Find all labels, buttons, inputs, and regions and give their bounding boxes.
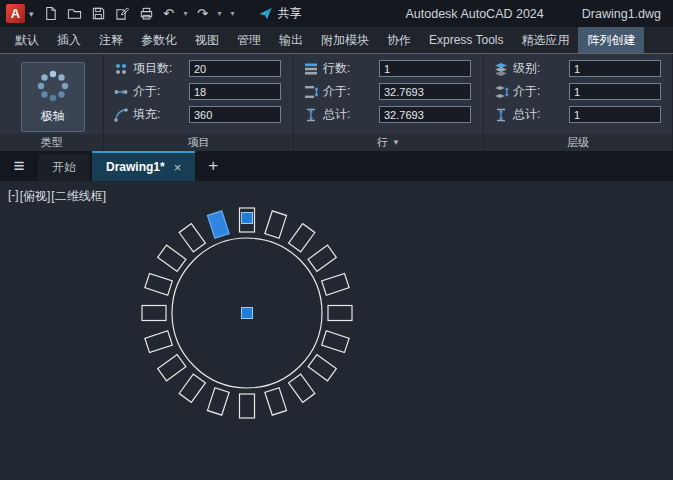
array-item[interactable] (322, 273, 349, 295)
tab-insert[interactable]: 插入 (48, 27, 90, 53)
array-item[interactable] (265, 388, 287, 415)
tab-add-ins[interactable]: 附加模块 (312, 27, 378, 53)
new-file-button[interactable] (41, 4, 60, 23)
items-count-input[interactable] (189, 60, 281, 77)
panel-label-rows[interactable]: 行 ▼ (294, 134, 483, 151)
tab-parametric[interactable]: 参数化 (132, 27, 186, 53)
tab-collaborate[interactable]: 协作 (378, 27, 420, 53)
save-button[interactable] (89, 4, 108, 23)
rows-total-row: 总计: (302, 105, 477, 124)
drawing1-tab-label: Drawing1* (106, 160, 165, 174)
share-button[interactable]: 共享 (258, 5, 302, 22)
polar-array-button[interactable]: 极轴 (21, 62, 85, 132)
share-label: 共享 (278, 5, 302, 22)
tab-featured-apps[interactable]: 精选应用 (512, 27, 578, 53)
qat-customize-caret-icon[interactable]: ▾ (229, 9, 237, 18)
levels-spacing-icon (492, 83, 509, 100)
array-svg[interactable] (0, 181, 673, 480)
share-plane-icon (258, 6, 273, 21)
rows-spacing-icon (302, 83, 319, 100)
new-drawing-tab-button[interactable]: + (197, 151, 229, 181)
polar-array-icon (36, 69, 70, 103)
panel-rows: 行数: 介于: 总计: (294, 54, 484, 151)
polar-array-button-label: 极轴 (41, 108, 65, 125)
panel-label-items[interactable]: 项目 (104, 134, 293, 151)
file-tabs-menu-icon[interactable]: ≡ (0, 151, 38, 181)
autocad-logo: A (11, 6, 20, 21)
grip-item[interactable] (242, 213, 253, 224)
tab-array-creation[interactable]: 阵列创建 (578, 27, 644, 53)
model-space-canvas[interactable]: [-] [俯视] [二维线框] (0, 181, 673, 480)
tab-view[interactable]: 视图 (186, 27, 228, 53)
levels-between-input[interactable] (569, 83, 661, 100)
panel-label-type[interactable]: 类型 (0, 134, 103, 151)
array-item[interactable] (289, 224, 315, 252)
printer-icon (139, 6, 154, 21)
items-fill-label: 填充: (133, 106, 185, 123)
file-tab-bar: ≡ 开始 Drawing1* × + (0, 151, 673, 181)
tab-output[interactable]: 输出 (270, 27, 312, 53)
viewport-menu-control[interactable]: [-] (8, 188, 19, 205)
array-item[interactable] (179, 224, 205, 252)
rows-between-input[interactable] (379, 83, 471, 100)
open-file-button[interactable] (65, 4, 84, 23)
array-item[interactable] (265, 211, 287, 238)
redo-button[interactable]: ↷ (195, 6, 211, 21)
array-item[interactable] (142, 306, 166, 321)
visual-style-control[interactable]: [二维线框] (51, 188, 106, 205)
items-between-row: 介于: (112, 82, 287, 101)
array-item[interactable] (145, 273, 172, 295)
start-tab[interactable]: 开始 (38, 154, 90, 181)
rows-panel-caret-icon[interactable]: ▼ (392, 138, 400, 147)
grip-center[interactable] (242, 308, 253, 319)
items-fill-input[interactable] (189, 106, 281, 123)
array-item[interactable] (145, 331, 172, 353)
autocad-window: A ▾ ↶ ▾ ↷ ▾ ▾ 共享 (0, 0, 673, 480)
drawing1-tab[interactable]: Drawing1* × (92, 151, 195, 181)
save-as-button[interactable] (113, 4, 132, 23)
view-control[interactable]: [俯视] (20, 188, 51, 205)
undo-button[interactable]: ↶ (161, 6, 177, 21)
redo-caret-icon[interactable]: ▾ (216, 9, 224, 18)
app-menu-button[interactable]: A (6, 4, 25, 23)
rows-total-label: 总计: (323, 106, 375, 123)
array-item[interactable] (179, 374, 205, 402)
array-item-selected[interactable] (207, 211, 229, 238)
levels-count-row: 级别: (492, 59, 666, 78)
app-title: Autodesk AutoCAD 2024 (405, 7, 543, 21)
items-fill-row: 填充: (112, 105, 287, 124)
array-item[interactable] (308, 355, 336, 381)
array-item[interactable] (328, 306, 352, 321)
array-item[interactable] (207, 388, 229, 415)
quick-access-toolbar: ↶ ▾ ↷ ▾ ▾ (41, 4, 237, 23)
array-item[interactable] (240, 394, 255, 418)
tab-annotate[interactable]: 注释 (90, 27, 132, 53)
array-item[interactable] (158, 355, 186, 381)
items-between-input[interactable] (189, 83, 281, 100)
levels-count-label: 级别: (513, 60, 565, 77)
array-item[interactable] (308, 245, 336, 271)
levels-count-input[interactable] (569, 60, 661, 77)
array-item[interactable] (289, 374, 315, 402)
levels-total-label: 总计: (513, 106, 565, 123)
panel-label-levels[interactable]: 层级 (484, 134, 672, 151)
levels-total-input[interactable] (569, 106, 661, 123)
close-tab-icon[interactable]: × (174, 160, 182, 175)
items-count-row: 项目数: (112, 59, 287, 78)
array-item[interactable] (158, 245, 186, 271)
panel-items: 项目数: 介于: 填充: (104, 54, 294, 151)
app-menu-caret-icon[interactable]: ▾ (29, 9, 34, 19)
viewport-controls: [-] [俯视] [二维线框] (8, 188, 106, 205)
rows-count-row: 行数: (302, 59, 477, 78)
title-texts: Autodesk AutoCAD 2024 Drawing1.dwg (405, 7, 663, 21)
rows-total-input[interactable] (379, 106, 471, 123)
document-title: Drawing1.dwg (582, 7, 661, 21)
tab-manage[interactable]: 管理 (228, 27, 270, 53)
array-item[interactable] (322, 331, 349, 353)
undo-caret-icon[interactable]: ▾ (182, 9, 190, 18)
tab-express-tools[interactable]: Express Tools (420, 27, 512, 53)
plot-button[interactable] (137, 4, 156, 23)
rows-count-input[interactable] (379, 60, 471, 77)
tab-home[interactable]: 默认 (6, 27, 48, 53)
rows-count-icon (302, 60, 319, 77)
